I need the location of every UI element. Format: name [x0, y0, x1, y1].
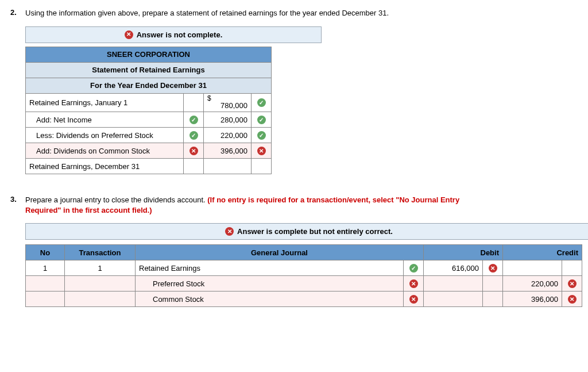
q3-row-credit-status: ✕	[562, 276, 582, 292]
q2-row-value-status	[252, 159, 272, 174]
x-icon: ✕	[189, 147, 198, 155]
check-icon: ✓	[189, 116, 198, 124]
q2-row-value-status: ✓	[252, 128, 272, 143]
q2-text: Using the information given above, prepa…	[25, 8, 389, 18]
q2-number: 2.	[10, 8, 25, 18]
q2-row-label[interactable]: Retained Earnings, January 1	[26, 93, 184, 112]
q3-row-account[interactable]: Retained Earnings	[136, 260, 404, 276]
q3-row-no: 1	[26, 260, 65, 276]
check-icon: ✓	[257, 98, 266, 107]
q2-row-label[interactable]: Add: Net Income	[26, 112, 184, 128]
q3-row-debit-status	[483, 276, 503, 292]
q2-row-label[interactable]: Less: Dividends on Preferred Stock	[26, 128, 184, 143]
q2-row-value[interactable]: 280,000	[204, 112, 252, 128]
q2-row-label-status	[184, 93, 204, 112]
q2-header1: SNEER CORPORATION	[26, 47, 272, 62]
q3-row-account-status: ✓	[404, 260, 424, 276]
q3-row-account[interactable]: Preferred Stock	[136, 276, 404, 292]
q3-row-transaction: 1	[65, 260, 136, 276]
col-debit: Debit	[424, 245, 503, 260]
q3-row-credit-status: ✕	[562, 292, 582, 307]
col-credit: Credit	[503, 245, 582, 260]
q2-row-value[interactable]: $780,000	[204, 93, 252, 112]
q2-header3: For the Year Ended December 31	[26, 78, 272, 93]
q3-row-account-status: ✕	[404, 276, 424, 292]
check-icon: ✓	[257, 131, 266, 140]
q3-row-debit[interactable]	[424, 292, 483, 307]
q2-row-label-status: ✓	[184, 128, 204, 143]
x-icon: ✕	[489, 264, 497, 273]
q3-row-debit[interactable]: 616,000	[424, 260, 483, 276]
q3-row-account[interactable]: Common Stock	[136, 292, 404, 307]
q3-text-plain: Prepare a journal entry to close the div…	[25, 195, 207, 204]
check-icon: ✓	[257, 116, 266, 124]
q2-row-value-status: ✕	[252, 143, 272, 159]
q2-row-label[interactable]: Add: Dividends on Common Stock	[26, 143, 184, 159]
q2-row-label-status: ✕	[184, 143, 204, 159]
q3-row-credit-status	[562, 260, 582, 276]
col-transaction: Transaction	[65, 245, 136, 260]
q3-row-transaction	[65, 276, 136, 292]
q3-status-banner: ✕ Answer is complete but not entirely co…	[25, 223, 588, 240]
col-no: No	[26, 245, 65, 260]
q2-row-value[interactable]: 220,000	[204, 128, 252, 143]
q3-number: 3.	[10, 195, 25, 215]
q2-row-label[interactable]: Retained Earnings, December 31	[26, 159, 184, 174]
x-icon: ✕	[409, 295, 418, 304]
retained-earnings-table: SNEER CORPORATION Statement of Retained …	[25, 47, 272, 175]
x-icon: ✕	[568, 295, 577, 304]
q2-status-banner: ✕ Answer is not complete.	[25, 26, 322, 43]
q3-row-debit-status	[483, 292, 503, 307]
x-icon: ✕	[257, 147, 266, 155]
q3-row-credit[interactable]: 220,000	[503, 276, 562, 292]
q3-row-credit[interactable]: 396,000	[503, 292, 562, 307]
check-icon: ✓	[409, 264, 418, 273]
q2-row-value[interactable]: 396,000	[204, 143, 252, 159]
q2-row-label-status: ✓	[184, 112, 204, 128]
q2-row-value-status: ✓	[252, 93, 272, 112]
col-general-journal: General Journal	[136, 245, 424, 260]
q2-row-value-status: ✓	[252, 112, 272, 128]
q3-row-debit-status: ✕	[483, 260, 503, 276]
q2-row-label-status	[184, 159, 204, 174]
q2-row-value[interactable]	[204, 159, 252, 174]
q3-row-no	[26, 276, 65, 292]
q3-row-debit[interactable]	[424, 276, 483, 292]
q3-row-credit[interactable]	[503, 260, 562, 276]
x-icon: ✕	[568, 279, 577, 288]
q3-text: Prepare a journal entry to close the div…	[25, 195, 496, 215]
q3-row-no	[26, 292, 65, 307]
check-icon: ✓	[189, 131, 198, 140]
x-icon: ✕	[125, 30, 133, 39]
q2-banner-text: Answer is not complete.	[137, 30, 223, 39]
q2-header2: Statement of Retained Earnings	[26, 62, 272, 78]
q3-row-account-status: ✕	[404, 292, 424, 307]
x-icon: ✕	[225, 227, 234, 236]
q3-row-transaction	[65, 292, 136, 307]
q3-banner-text: Answer is complete but not entirely corr…	[237, 227, 393, 236]
journal-entry-table: No Transaction General Journal Debit Cre…	[25, 244, 582, 307]
x-icon: ✕	[409, 279, 418, 288]
